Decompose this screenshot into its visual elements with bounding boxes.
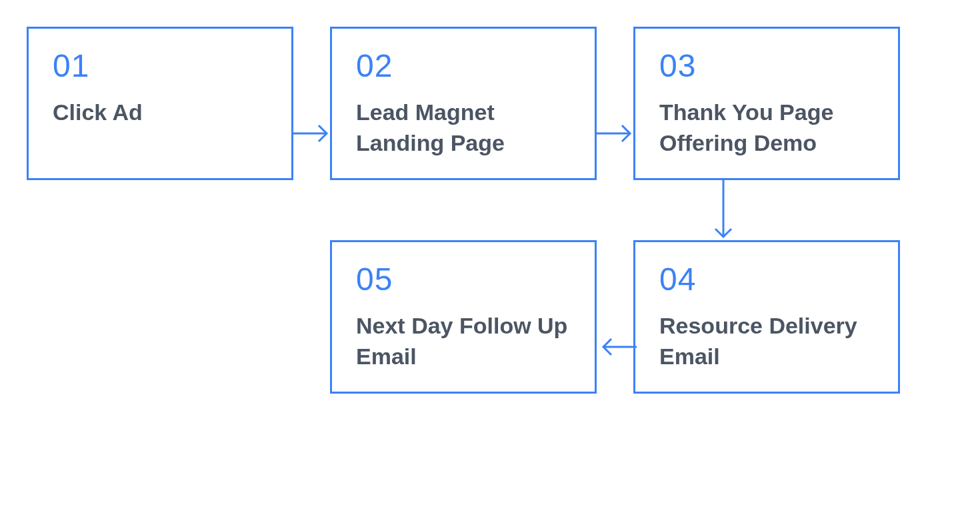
step-box-2: 02 Lead Magnet Landing Page [330, 27, 597, 180]
step-number: 04 [659, 261, 874, 298]
step-box-1: 01 Click Ad [27, 27, 293, 180]
step-label: Thank You Page Offering Demo [659, 97, 874, 159]
arrow-left-icon [597, 330, 637, 364]
step-label: Next Day Follow Up Email [356, 311, 571, 372]
arrow-right-icon [597, 117, 637, 150]
step-number: 05 [356, 261, 571, 298]
step-box-4: 04 Resource Delivery Email [633, 240, 900, 394]
step-label: Resource Delivery Email [659, 311, 874, 372]
step-number: 03 [659, 47, 874, 84]
step-label: Click Ad [53, 97, 267, 128]
arrow-right-icon [293, 117, 333, 150]
arrow-down-icon [707, 180, 740, 243]
step-number: 02 [356, 47, 571, 84]
flowchart-container: 01 Click Ad 02 Lead Magnet Landing Page … [0, 0, 980, 507]
step-box-5: 05 Next Day Follow Up Email [330, 240, 597, 394]
step-number: 01 [53, 47, 267, 84]
step-box-3: 03 Thank You Page Offering Demo [633, 27, 900, 180]
step-label: Lead Magnet Landing Page [356, 97, 571, 159]
